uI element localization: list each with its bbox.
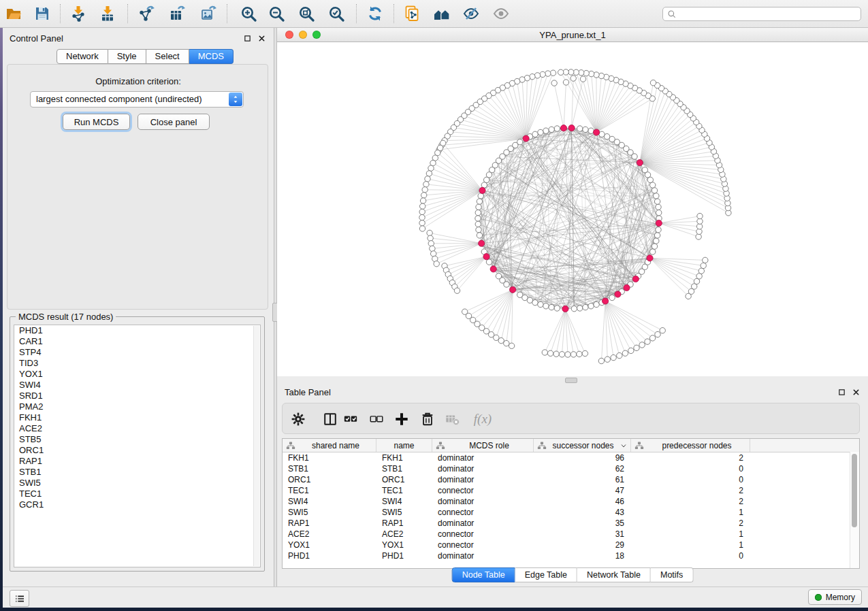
network-leaf-node[interactable] [611, 354, 616, 360]
network-leaf-node[interactable] [428, 165, 434, 171]
network-leaf-node[interactable] [420, 198, 425, 203]
network-leaf-node[interactable] [570, 76, 576, 81]
network-node[interactable] [654, 238, 659, 244]
network-leaf-node[interactable] [427, 230, 432, 235]
network-leaf-node[interactable] [622, 350, 628, 356]
network-leaf-node[interactable] [504, 340, 509, 346]
table-row[interactable]: ACE2ACE2connector311 [283, 529, 859, 540]
network-leaf-node[interactable] [645, 339, 650, 344]
network-leaf-node[interactable] [434, 261, 439, 267]
network-leaf-node[interactable] [425, 176, 430, 182]
network-leaf-node[interactable] [605, 357, 610, 362]
network-node[interactable] [604, 134, 609, 139]
network-leaf-node[interactable] [565, 352, 570, 357]
network-leaf-node[interactable] [697, 218, 703, 224]
zoom-selected-button[interactable] [326, 3, 347, 24]
add-column-button[interactable] [392, 410, 411, 429]
tab-network[interactable]: Network [57, 49, 108, 64]
network-leaf-node[interactable] [694, 278, 699, 284]
network-node[interactable] [532, 300, 538, 306]
hide-selected-button[interactable] [461, 3, 481, 24]
network-leaf-node[interactable] [568, 69, 574, 75]
tab-edge-table[interactable]: Edge Table [515, 567, 577, 582]
mcds-hub-node[interactable] [562, 306, 568, 312]
tab-style[interactable]: Style [108, 49, 146, 64]
network-node[interactable] [486, 259, 492, 265]
network-leaf-node[interactable] [494, 335, 499, 340]
close-panel-button[interactable]: Close panel [138, 114, 210, 130]
network-node[interactable] [588, 303, 594, 309]
mcds-result-item[interactable]: PMA2 [14, 401, 260, 412]
zoom-in-button[interactable] [238, 3, 259, 24]
table-row[interactable]: RAP1RAP1dominator352 [283, 518, 859, 529]
mcds-result-item[interactable]: SWI4 [14, 380, 260, 391]
table-row[interactable]: STB1STB1dominator620 [283, 463, 859, 474]
table-row[interactable]: ORC1ORC1dominator610 [283, 474, 859, 485]
table-scrollbar[interactable] [850, 452, 859, 568]
network-node[interactable] [549, 304, 554, 310]
tab-node-table[interactable]: Node Table [452, 567, 515, 582]
export-network-button[interactable] [136, 3, 157, 24]
network-node[interactable] [532, 131, 538, 137]
network-node[interactable] [577, 126, 583, 131]
network-node[interactable] [609, 295, 615, 300]
network-leaf-node[interactable] [419, 220, 425, 226]
mcds-hub-node[interactable] [479, 187, 485, 193]
network-leaf-node[interactable] [547, 350, 553, 356]
network-node[interactable] [538, 129, 543, 135]
tab-mcds[interactable]: MCDS [189, 49, 234, 64]
network-node[interactable] [543, 303, 549, 309]
network-canvas[interactable] [277, 42, 868, 376]
network-leaf-node[interactable] [428, 241, 434, 246]
network-leaf-node[interactable] [639, 342, 645, 348]
network-node[interactable] [554, 126, 560, 131]
network-leaf-node[interactable] [570, 352, 576, 357]
select-all-columns-button[interactable] [341, 410, 360, 429]
network-leaf-node[interactable] [558, 69, 564, 75]
network-leaf-node[interactable] [649, 335, 655, 341]
network-leaf-node[interactable] [559, 352, 564, 357]
network-node[interactable] [656, 204, 661, 210]
network-leaf-node[interactable] [696, 224, 702, 229]
open-folder-button[interactable] [3, 3, 24, 24]
zoom-out-button[interactable] [266, 3, 287, 24]
zoom-fit-button[interactable] [296, 3, 317, 24]
network-leaf-node[interactable] [498, 337, 504, 343]
mcds-result-item[interactable]: SRD1 [14, 391, 260, 401]
mcds-result-item[interactable]: ACE2 [14, 423, 260, 434]
mcds-result-item[interactable]: FKH1 [14, 412, 260, 423]
run-mcds-button[interactable]: Run MCDS [63, 114, 130, 130]
mcds-hub-node[interactable] [632, 276, 639, 282]
delete-columns-button[interactable] [418, 410, 437, 429]
mcds-result-item[interactable]: SWI5 [14, 478, 260, 489]
mcds-result-item[interactable]: TID3 [14, 358, 260, 369]
mcds-result-item[interactable]: PHD1 [14, 325, 260, 336]
network-leaf-node[interactable] [428, 235, 433, 241]
network-leaf-node[interactable] [703, 257, 708, 263]
network-node[interactable] [475, 210, 481, 215]
network-leaf-node[interactable] [634, 345, 639, 350]
network-leaf-node[interactable] [540, 71, 545, 77]
network-node[interactable] [477, 233, 482, 238]
mcds-result-item[interactable]: ORC1 [14, 445, 260, 456]
show-panels-button[interactable] [10, 590, 29, 607]
network-window-titlebar[interactable]: YPA_prune.txt_1 [277, 28, 868, 42]
network-node[interactable] [650, 249, 656, 254]
network-leaf-node[interactable] [430, 160, 436, 165]
table-row[interactable]: TEC1TEC1connector472 [283, 485, 859, 496]
network-node[interactable] [554, 306, 560, 311]
network-node[interactable] [642, 167, 647, 173]
settings-gear-button[interactable] [289, 410, 308, 429]
network-leaf-node[interactable] [420, 203, 425, 209]
network-leaf-node[interactable] [628, 348, 634, 353]
mcds-hub-node[interactable] [615, 291, 621, 297]
criterion-dropdown[interactable]: largest connected component (undirected) [30, 91, 244, 108]
network-leaf-node[interactable] [419, 226, 425, 231]
refresh-layout-button[interactable] [365, 3, 385, 24]
table-row[interactable]: SWI4SWI4dominator462 [283, 496, 859, 507]
network-leaf-node[interactable] [550, 70, 556, 76]
mcds-hub-node[interactable] [479, 240, 485, 246]
network-node[interactable] [476, 227, 481, 233]
mcds-hub-node[interactable] [602, 298, 609, 304]
network-leaf-node[interactable] [423, 182, 429, 187]
